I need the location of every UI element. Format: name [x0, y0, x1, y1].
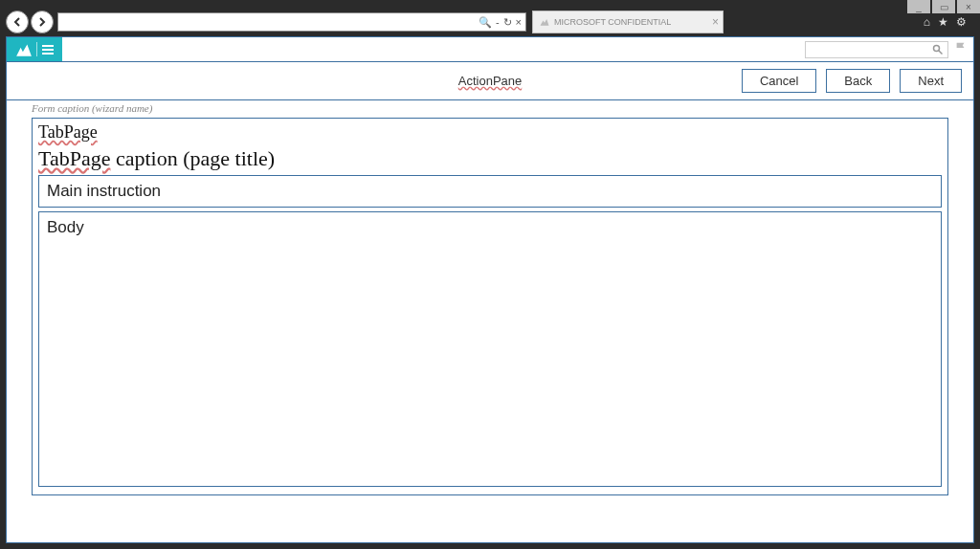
action-pane-label: ActionPane — [458, 74, 523, 88]
app-header-right — [805, 41, 968, 58]
svg-point-0 — [934, 45, 940, 51]
address-bar-icons: 🔍 - ↻ × — [479, 13, 522, 31]
form-area: Form caption (wizard name) TabPage TabPa… — [7, 100, 973, 505]
action-pane-buttons: Cancel Back Next — [742, 69, 973, 93]
back-button[interactable] — [6, 11, 29, 33]
logo-divider — [36, 42, 37, 56]
forward-button[interactable] — [31, 11, 54, 33]
app-window: ActionPane Cancel Back Next Form caption… — [6, 36, 974, 543]
app-search-input[interactable] — [805, 41, 948, 58]
tabpage-title-prefix: TabPage — [38, 146, 110, 170]
home-icon[interactable]: ⌂ — [924, 15, 930, 29]
tabpage-title: TabPage caption (page title) — [38, 146, 942, 171]
svg-line-1 — [939, 50, 943, 54]
app-logo-area[interactable] — [7, 37, 62, 61]
tabpage-label: TabPage — [38, 122, 98, 143]
cancel-button[interactable]: Cancel — [742, 69, 816, 93]
search-icon — [932, 44, 944, 55]
stop-icon[interactable]: × — [516, 16, 522, 28]
form-caption: Form caption (wizard name) — [32, 100, 948, 118]
search-icon[interactable]: 🔍 — [479, 16, 492, 29]
body-box: Body — [38, 211, 942, 487]
dynamics-logo-icon — [15, 41, 33, 58]
tab-favicon-icon — [539, 16, 550, 28]
tools-icon[interactable]: ⚙ — [956, 15, 967, 29]
refresh-icon[interactable]: ↻ — [503, 16, 512, 29]
next-button[interactable]: Next — [900, 69, 962, 93]
app-header — [7, 37, 973, 62]
browser-nav-bar: 🔍 - ↻ × MICROSOFT CONFIDENTIAL × ⌂ ★ ⚙ — [6, 10, 974, 34]
tab-close-icon[interactable]: × — [712, 15, 719, 29]
tab-label: MICROSOFT CONFIDENTIAL — [554, 17, 671, 27]
flag-icon[interactable] — [954, 41, 968, 58]
main-instruction-box: Main instruction — [38, 175, 942, 208]
favorites-icon[interactable]: ★ — [938, 15, 948, 29]
browser-system-icons: ⌂ ★ ⚙ — [924, 15, 974, 29]
dash-sep: - — [496, 16, 500, 28]
hamburger-icon[interactable] — [41, 45, 55, 55]
tabpage-title-suffix: caption (page title) — [110, 146, 275, 170]
action-pane: ActionPane Cancel Back Next — [7, 62, 973, 100]
address-bar[interactable]: 🔍 - ↻ × — [57, 12, 526, 32]
back-button[interactable]: Back — [826, 69, 890, 93]
browser-tab[interactable]: MICROSOFT CONFIDENTIAL × — [532, 11, 724, 33]
wizard-panel: TabPage TabPage caption (page title) Mai… — [32, 118, 948, 495]
